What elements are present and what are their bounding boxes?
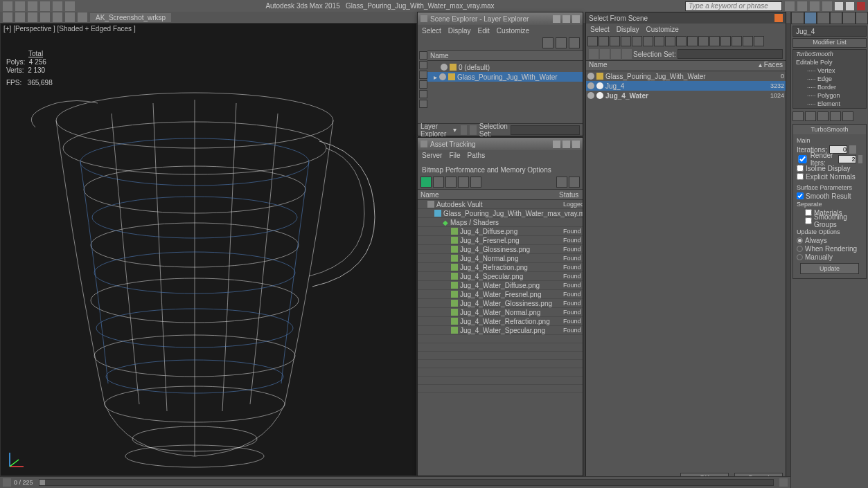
tab-create[interactable] — [791, 12, 804, 24]
close-icon[interactable] — [572, 15, 580, 23]
pin-stack-icon[interactable] — [792, 111, 804, 121]
make-unique-icon[interactable] — [817, 111, 829, 121]
filter-icon[interactable] — [632, 36, 642, 46]
filter-icon[interactable] — [654, 36, 664, 46]
visibility-icon[interactable] — [441, 64, 448, 71]
modifier-row[interactable]: ····· Polygon — [793, 91, 866, 100]
signin-icon[interactable] — [797, 1, 807, 11]
menu-select[interactable]: Select — [590, 26, 610, 33]
toolbar-button[interactable] — [611, 49, 621, 59]
exchange-icon[interactable] — [810, 1, 820, 11]
asset-row[interactable]: Jug_4_Normal.pngFound — [418, 254, 583, 263]
object-name-input[interactable]: Jug_4 — [792, 26, 867, 37]
close-icon[interactable] — [572, 141, 580, 148]
column-header[interactable]: Name — [427, 50, 583, 61]
help-icon[interactable] — [822, 1, 832, 11]
when-rendering-radio[interactable] — [797, 246, 803, 252]
filter-icon[interactable] — [698, 36, 709, 46]
column-name[interactable]: Name — [586, 61, 758, 71]
asset-row[interactable]: Jug_4_Water_Refraction.pngFound — [418, 317, 583, 326]
filter-icon[interactable] — [419, 61, 427, 69]
toolbar-button[interactable] — [542, 37, 553, 48]
visibility-icon[interactable] — [587, 73, 594, 80]
toolbar-button[interactable] — [589, 49, 599, 59]
filter-icon[interactable] — [610, 36, 620, 46]
maximize-icon[interactable] — [563, 141, 570, 148]
toolbar-button[interactable] — [569, 37, 580, 48]
modifier-row[interactable]: Editable Poly — [793, 58, 866, 66]
modifier-row[interactable]: ····· Vertex — [793, 66, 866, 75]
toolbar-button[interactable] — [458, 177, 469, 188]
modifier-row[interactable]: ····· Element — [793, 100, 866, 108]
pin-icon[interactable] — [470, 125, 476, 135]
asset-row[interactable]: ◆Maps / Shaders — [418, 218, 583, 227]
selection-set-input[interactable] — [677, 49, 783, 59]
materials-checkbox[interactable] — [805, 209, 812, 216]
column-faces[interactable]: ▴ Faces — [758, 61, 786, 71]
selection-set-input[interactable] — [511, 125, 580, 135]
menu-paths[interactable]: Paths — [468, 152, 486, 159]
minimize-button[interactable] — [835, 2, 843, 10]
layer-row[interactable]: 0 (default) — [427, 62, 583, 72]
filter-icon[interactable] — [754, 36, 764, 46]
qat-icon[interactable] — [53, 12, 62, 22]
menu-customize[interactable]: Customize — [497, 27, 529, 35]
asset-row[interactable]: Jug_4_Specular.pngFound — [418, 272, 583, 281]
visibility-icon[interactable] — [587, 92, 594, 99]
configure-icon[interactable] — [842, 111, 853, 121]
maximize-button[interactable] — [846, 2, 854, 10]
show-result-icon[interactable] — [805, 111, 816, 121]
always-radio[interactable] — [797, 237, 803, 244]
filter-icon[interactable] — [665, 36, 675, 46]
window-titlebar[interactable]: Asset Tracking — [418, 138, 583, 150]
qat-icon[interactable] — [3, 12, 12, 22]
qat-icon[interactable] — [28, 12, 37, 22]
toolbar-button[interactable] — [556, 37, 567, 48]
workspace-dropdown[interactable]: AK_Screenshot_wrksp — [90, 13, 171, 22]
tab-utilities[interactable] — [856, 12, 869, 24]
object-row[interactable]: Glass_Pouring_Jug_With_Water0 — [586, 71, 786, 81]
filter-icon[interactable] — [587, 36, 598, 46]
modifier-list-dropdown[interactable]: Modifier List — [792, 38, 867, 48]
filter-icon[interactable] — [419, 100, 427, 108]
rollout-header[interactable]: TurboSmooth — [793, 125, 866, 134]
tab-modify[interactable] — [804, 12, 817, 24]
maximize-icon[interactable] — [563, 15, 570, 23]
spinner-buttons[interactable] — [849, 145, 856, 154]
asset-row[interactable]: Glass_Pouring_Jug_With_Water_max_vray.ma… — [418, 209, 583, 218]
explicit-normals-checkbox[interactable] — [797, 173, 804, 180]
render-iters-checkbox[interactable] — [797, 155, 808, 163]
window-titlebar[interactable]: Scene Explorer - Layer Explorer — [418, 12, 583, 25]
asset-row[interactable]: Jug_4_Water_Glossiness.pngFound — [418, 299, 583, 308]
lock-icon[interactable] — [461, 125, 467, 135]
filter-icon[interactable] — [743, 36, 753, 46]
next-frame-button[interactable] — [779, 478, 788, 487]
filter-icon[interactable] — [720, 36, 731, 46]
filter-icon[interactable] — [732, 36, 742, 46]
filter-icon[interactable] — [709, 36, 720, 46]
filter-icon[interactable] — [643, 36, 653, 46]
toolbar-button[interactable] — [569, 177, 580, 188]
undo-icon[interactable] — [53, 1, 62, 11]
asset-row[interactable]: Jug_4_Water_Diffuse.pngFound — [418, 281, 583, 290]
tab-hierarchy[interactable] — [817, 12, 830, 24]
asset-row[interactable]: Jug_4_Water_Specular.pngFound — [418, 326, 583, 335]
search-icon[interactable] — [785, 1, 795, 11]
help-search-input[interactable] — [685, 1, 782, 11]
spinner-buttons[interactable] — [858, 155, 862, 163]
menu-file[interactable]: File — [449, 152, 460, 159]
frame-slider[interactable] — [39, 479, 774, 486]
isoline-checkbox[interactable] — [797, 165, 804, 172]
tab-display[interactable] — [842, 12, 856, 24]
minimize-icon[interactable] — [553, 15, 560, 23]
viewport-label[interactable]: [+] [Perspective ] [Shaded + Edged Faces… — [3, 25, 136, 33]
toolbar-button[interactable] — [556, 177, 567, 188]
asset-row[interactable]: Jug_4_Refraction.pngFound — [418, 263, 583, 272]
filter-icon[interactable] — [621, 36, 631, 46]
toolbar-button[interactable] — [470, 177, 481, 188]
menu-edit[interactable]: Edit — [478, 27, 490, 35]
toolbar-button[interactable] — [622, 49, 632, 59]
asset-row[interactable]: Jug_4_Fresnel.pngFound — [418, 236, 583, 245]
close-button[interactable] — [857, 2, 865, 10]
asset-row[interactable]: Jug_4_Water_Fresnel.pngFound — [418, 290, 583, 299]
